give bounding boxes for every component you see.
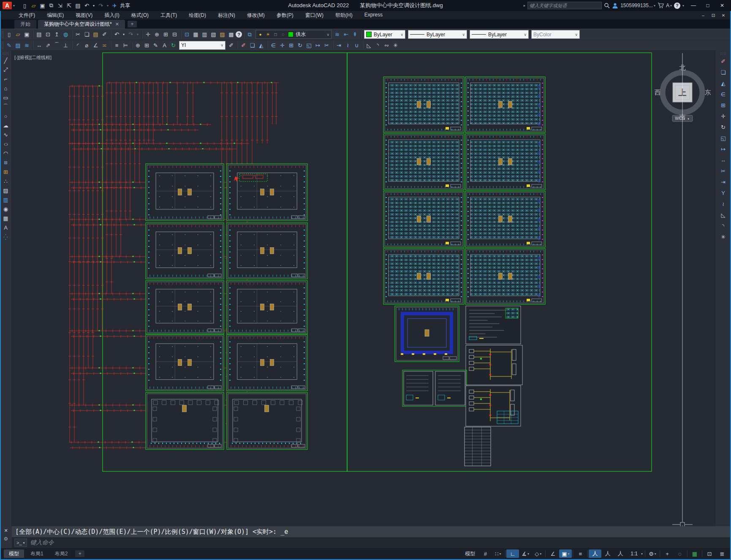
menu-item[interactable]: 窗口(W) (299, 12, 329, 19)
array-icon[interactable]: ⊞ (287, 41, 296, 50)
zoom-realtime-icon[interactable]: ⊕ (152, 30, 161, 39)
edit-hatch-icon[interactable]: ▨ (14, 41, 22, 50)
polygon-icon[interactable]: ⌂ (1, 84, 11, 93)
graphics-performance-icon[interactable]: ▦ (688, 549, 701, 558)
command-prompt-icon[interactable]: >_▾ (14, 538, 27, 547)
dim-edit-icon[interactable]: ✎ (151, 41, 160, 50)
gradient-icon[interactable]: ▥ (1, 195, 11, 204)
dim-linear-icon[interactable]: ↔ (35, 41, 43, 50)
lengthen-icon[interactable]: ↔ (719, 154, 728, 165)
fillet-r-icon[interactable]: ◝ (719, 220, 728, 231)
undo-caret-icon[interactable]: ▾ (91, 1, 96, 10)
share-label[interactable]: 共享 (120, 2, 130, 9)
copy-clip-icon[interactable]: ❏ (82, 30, 91, 39)
redo-tb-caret-icon[interactable]: ▾ (135, 30, 140, 39)
dim-text-edit-icon[interactable]: A (160, 41, 169, 50)
linetype-control-dropdown[interactable]: ByLayer∨ (408, 30, 467, 39)
extend-r-icon[interactable]: ⇥ (719, 176, 728, 187)
offset-r-icon[interactable]: ∈ (719, 89, 728, 100)
new-file-icon[interactable]: ▯ (20, 1, 29, 10)
floor-plan[interactable] (465, 134, 545, 190)
open-from-mobile-icon[interactable]: ⇲ (56, 1, 65, 10)
zoom-window-icon[interactable]: ⊞ (161, 30, 170, 39)
dropdown-caret-icon[interactable]: ∨ (220, 43, 223, 47)
rotate-r-icon[interactable]: ↻ (719, 122, 728, 133)
region-icon[interactable]: ◉ (1, 204, 11, 214)
menu-item[interactable]: 编辑(E) (41, 12, 70, 19)
floor-plan[interactable] (227, 392, 307, 449)
blend-icon[interactable]: ∾ (382, 41, 391, 50)
help-caret-icon[interactable]: ▾ (682, 4, 684, 8)
user-icon[interactable] (612, 3, 618, 9)
dim-aligned-icon[interactable]: ⇗ (43, 41, 52, 50)
redo-tb-icon[interactable]: ↷ (126, 30, 135, 39)
command-input-line[interactable]: >_▾ 键入命令 (12, 537, 731, 548)
tb-open-file-icon[interactable]: ▱ (14, 30, 22, 39)
doc-restore-icon[interactable]: ⊡ (708, 12, 718, 19)
dim-arc-length-icon[interactable]: ⌒ (52, 41, 61, 50)
annotation-scale-icon[interactable]: 人 (614, 549, 627, 558)
search-input[interactable] (527, 2, 602, 9)
offset-icon[interactable]: ∈ (269, 41, 278, 50)
infocenter-collapse-icon[interactable]: ▸ (524, 3, 526, 8)
array-r-icon[interactable]: ⊞ (719, 100, 728, 111)
mtext-icon[interactable]: A (1, 223, 11, 232)
doc-close-icon[interactable]: ✕ (718, 12, 728, 19)
dim-radius-icon[interactable]: ◜ (73, 41, 82, 50)
crosshair-customization-icon[interactable]: + (661, 549, 674, 558)
erase-icon[interactable]: ✐ (239, 41, 248, 50)
tolerance-icon[interactable]: ⊞ (142, 41, 151, 50)
autocad-logo-icon[interactable]: A (3, 2, 12, 9)
close-button[interactable]: ✕ (715, 1, 729, 10)
help-menu-icon[interactable]: ? (674, 3, 680, 9)
search-icon[interactable] (604, 3, 610, 8)
edit-text-icon[interactable]: ≋ (22, 41, 31, 50)
explode-icon[interactable]: ✳ (391, 41, 400, 50)
dim-style-icon[interactable]: ✐ (227, 41, 236, 50)
file-tab[interactable]: 开始 (14, 20, 36, 29)
quickcalc-icon[interactable]: ▩ (227, 30, 236, 39)
floor-plan[interactable] (383, 249, 464, 304)
menu-item[interactable]: 标注(N) (212, 12, 241, 19)
dim-ordinate-icon[interactable]: ⊥ (61, 41, 70, 50)
menu-item[interactable]: 修改(M) (241, 12, 271, 19)
save-as-icon[interactable]: ⧉ (47, 1, 56, 10)
layer-match-icon[interactable]: ⇞ (351, 30, 359, 39)
quick-dim-icon[interactable]: ≍ (100, 41, 109, 50)
layer-control-dropdown[interactable]: ●☀□◌供水∨ (255, 30, 332, 39)
circle-icon[interactable]: ○ (1, 111, 11, 121)
menu-item[interactable]: 绘图(D) (183, 12, 212, 19)
blueplan-drawing[interactable] (395, 306, 459, 362)
toolbar-grip[interactable] (1, 41, 3, 49)
new-drawing-tab-button[interactable]: + (128, 21, 137, 27)
toolbar-grip[interactable] (1, 31, 3, 38)
copy-r-icon[interactable]: ❏ (719, 67, 728, 78)
customize-icon[interactable]: ≣ (716, 549, 728, 558)
floor-plan[interactable] (465, 191, 545, 247)
make-block-icon[interactable]: ⊞ (1, 167, 11, 176)
file-tab[interactable]: 某购物中心中央空调设计图纸*✕ (38, 20, 125, 29)
help-icon[interactable]: ? (236, 31, 242, 38)
floor-plan[interactable] (227, 335, 307, 391)
floor-plan-grid-left[interactable] (146, 164, 307, 449)
undo-tb-caret-icon[interactable]: ▾ (121, 30, 126, 39)
isolate-objects-icon[interactable]: ◌ (674, 549, 686, 558)
floor-plan[interactable] (227, 164, 307, 221)
designcenter-icon[interactable]: ▦ (191, 30, 200, 39)
share-icon[interactable]: ✈ (110, 1, 119, 10)
dim-angular-icon[interactable]: ∠ (91, 41, 100, 50)
break-at-point-icon[interactable]: Y (719, 187, 728, 198)
hatch-icon[interactable]: ▨ (1, 186, 11, 195)
sheet-set-manager-icon[interactable]: ▧ (209, 30, 218, 39)
layout-tab[interactable]: 布局1 (25, 549, 49, 558)
erase-r-icon[interactable]: ✐ (719, 56, 728, 67)
fillet-icon[interactable]: ◝ (373, 41, 382, 50)
floor-plan[interactable] (146, 392, 224, 449)
menu-item[interactable]: 文件(F) (13, 12, 41, 19)
move-icon[interactable]: ✛ (278, 41, 287, 50)
floor-plan[interactable] (227, 223, 307, 279)
app-store-cart-icon[interactable] (658, 3, 664, 8)
lineweight-display-icon[interactable]: ≡ (574, 549, 587, 558)
autoscale-icon[interactable]: 人 (601, 549, 614, 558)
isometric-drafting-icon[interactable]: ◇▾ (532, 549, 544, 558)
